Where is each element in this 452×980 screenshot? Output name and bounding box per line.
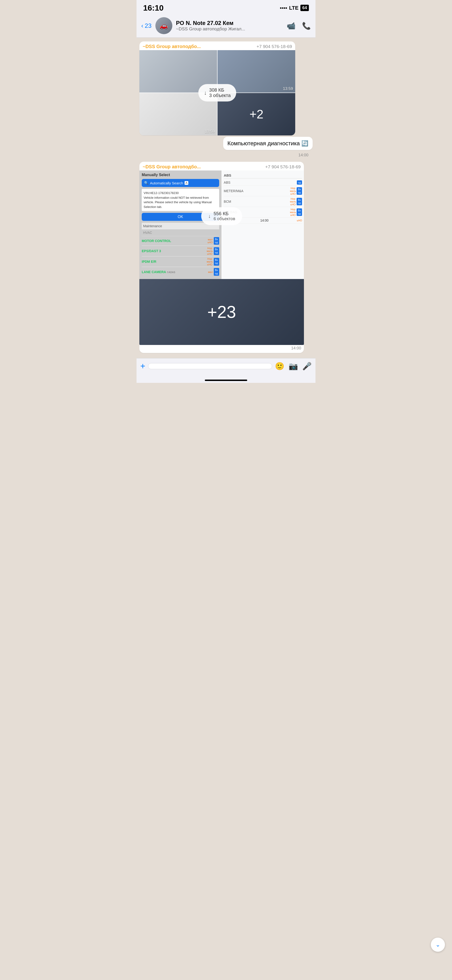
message-sender: ~DSS Group автоподбо... <box>143 44 201 49</box>
auto-search-badge: A <box>185 181 188 185</box>
meter-label: METER/M&A <box>224 189 289 193</box>
download-overlay-2[interactable]: ↓ 556 КБ 6 объектов <box>201 207 242 225</box>
bottom-icons: 🙂 📷 🎤 <box>275 362 312 371</box>
download-size-2: 556 КБ <box>213 211 235 216</box>
bcm-status: НормалььНО <box>289 197 297 206</box>
nav-bar: ‹ 23 🚗 PO N. Note 27.02 Кем ~DSS Group а… <box>137 15 315 38</box>
back-chevron-icon: ‹ <box>141 22 143 29</box>
lane-badge: Вх од <box>214 268 219 275</box>
status-icons: ▪▪▪▪ LTE 64 <box>280 5 309 11</box>
ipdm-status: НормалььНО <box>206 257 214 266</box>
phone-call-icon[interactable]: 📞 <box>302 22 311 30</box>
back-count: 23 <box>145 22 151 29</box>
lane-camera-row: LANE CAMERA ©ADAS мал Вх од <box>142 267 219 277</box>
ipdm-badge: Вх од <box>214 258 219 266</box>
message-input[interactable] <box>148 363 272 369</box>
sticker-icon[interactable]: 🙂 <box>275 362 284 371</box>
network-type: LTE <box>289 5 299 11</box>
eps-dast-row: EPS/DAST 3 НормалььНО Вх од <box>142 246 219 256</box>
camera-icon[interactable]: 📷 <box>289 362 298 371</box>
meter-badge: Вх од <box>297 187 302 195</box>
bcm-badge: Вх од <box>297 198 302 205</box>
abs-label: ABS <box>224 181 297 185</box>
lane-camera-label: LANE CAMERA ©ADAS <box>142 270 207 274</box>
auto-search-label: Automatically Search <box>150 181 183 185</box>
large-image-plus23[interactable]: +23 <box>139 279 304 345</box>
plus-count-23: +23 <box>207 279 236 345</box>
download-overlay-1[interactable]: ↓ 308 КБ 3 объекта <box>199 84 236 102</box>
ipdm-row: IPDM E/R НормалььНО Вх од <box>142 256 219 267</box>
image-timestamp-1: 13:59 <box>283 86 293 91</box>
message-timestamp-2: 14:00 <box>296 152 311 160</box>
message-incoming-images: ~DSS Group автоподбо... +7 904 576-18-69… <box>139 41 295 135</box>
chat-subtitle: ~DSS Group автоподбор Жигал... <box>176 26 283 32</box>
message-phone: +7 904 576-18-69 <box>256 44 292 49</box>
eps-badge: Вх од <box>214 247 219 255</box>
hvac-row: HVAC <box>142 229 219 236</box>
status-bar: 16:10 ▪▪▪▪ LTE 64 <box>137 0 315 15</box>
download-info: 308 КБ 3 объекта <box>209 88 231 98</box>
eps-label: EPS/DAST 3 <box>142 249 206 253</box>
home-bar <box>205 380 247 381</box>
motor-badge: Вх од <box>214 237 219 245</box>
status-time: 16:10 <box>143 3 164 13</box>
eps-status: НормалььНО <box>206 247 214 255</box>
message-incoming-diagnostic: ~DSS Group автоподбо... +7 904 576-18-69… <box>139 162 304 353</box>
nav-actions: 📹 📞 <box>287 22 311 30</box>
abs-row: ABS од <box>224 180 302 186</box>
motor-status: мальНО <box>207 238 214 244</box>
bcm-row: BCM НормалььНО Вх од <box>224 196 302 207</box>
nav-back-button[interactable]: ‹ 23 <box>141 22 151 29</box>
abs-header: ABS <box>224 172 302 178</box>
message-header: ~DSS Group автоподбо... +7 904 576-18-69 <box>139 41 295 50</box>
battery-icon: 64 <box>301 5 309 11</box>
motor-control-label: MOTOR CONTROL <box>142 239 207 243</box>
diag-sender: ~DSS Group автоподбо... <box>143 164 201 170</box>
video-call-icon[interactable]: 📹 <box>287 22 296 30</box>
diag-timestamp: 14:00 <box>139 345 304 353</box>
auto-search-btn[interactable]: 🔍 Automatically Search A <box>142 179 219 187</box>
auto-search-icon: 🔍 <box>144 181 148 185</box>
message-text: Компьютерная диагностика 🔄 <box>228 140 309 147</box>
manually-select-title: Manually Select <box>142 173 219 177</box>
add-attachment-button[interactable]: + <box>140 361 145 371</box>
bottom-bar: + 🙂 📷 🎤 <box>137 358 315 378</box>
chat-title: PO N. Note 27.02 Кем <box>176 20 283 26</box>
bcm-label: BCM <box>224 200 289 204</box>
download-arrow-icon-2: ↓ <box>208 213 211 219</box>
image-timestamp-2: 13:59 <box>205 129 215 134</box>
diag-message-header: ~DSS Group автоподбо... +7 904 576-18-69 <box>139 162 304 170</box>
home-indicator <box>137 378 315 383</box>
nav-info: PO N. Note 27.02 Кем ~DSS Group автоподб… <box>176 20 283 32</box>
meter-status: НормалььНО <box>289 187 297 195</box>
adas-timestamp: 14:00 <box>260 218 269 222</box>
airbag-status: НормалььНО <box>289 208 297 216</box>
signal-icon: ▪▪▪▪ <box>280 5 287 11</box>
meter-row: METER/M&A НормалььНО Вх од <box>224 186 302 196</box>
text-message-outgoing: Компьютерная диагностика 🔄 <box>223 137 313 150</box>
download-arrow-icon: ↓ <box>204 89 207 96</box>
motor-control-row: MOTOR CONTROL мальНО Вх од <box>142 236 219 246</box>
avatar: 🚗 <box>155 17 172 34</box>
abs-badge: од <box>297 180 302 185</box>
ipdm-label: IPDM E/R <box>142 260 206 264</box>
download-objects-1: 3 объекта <box>209 93 231 98</box>
diag-phone: +7 904 576-18-69 <box>265 164 301 170</box>
microphone-icon[interactable]: 🎤 <box>302 362 312 371</box>
download-objects-2: 6 объектов <box>213 216 235 221</box>
airbag-badge: Вх од <box>297 208 302 216</box>
download-info-2: 556 КБ 6 объектов <box>213 211 235 221</box>
download-size-1: 308 КБ <box>209 88 231 93</box>
adas-status: ьНО <box>297 219 302 222</box>
chat-area: ~DSS Group автоподбо... +7 904 576-18-69… <box>137 38 315 358</box>
lane-status: мал <box>207 270 214 274</box>
